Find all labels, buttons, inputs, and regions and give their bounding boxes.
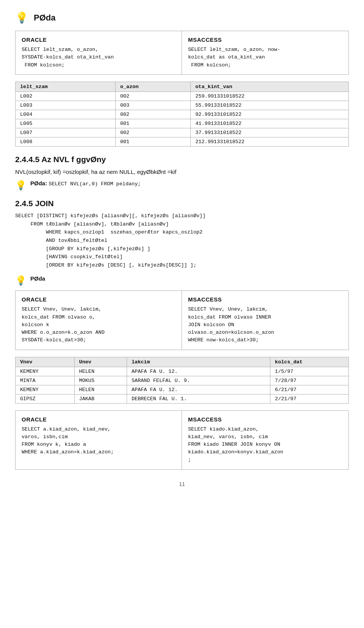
msaccess-col-2: MSACCESS SELECT Vnev, Unev, lakcim, kolc… [182, 291, 348, 349]
msaccess-label-2: MSACCESS [188, 296, 342, 303]
nvl-example-content: PØda: SELECT NVL(ar,0) FROM peldany; [30, 180, 141, 188]
th-kolcs-dat: kolcs_dat [270, 357, 349, 367]
page-title: PØda [34, 13, 55, 23]
join-syntax: SELECT [DISTINCT] kifejezØs [aliasnØv][,… [15, 212, 349, 269]
join-peda-row: 💡 PØda [15, 275, 349, 286]
nvl-example-row: 💡 PØda: SELECT NVL(ar,0) FROM peldany; [15, 180, 349, 191]
msaccess-col-3: MSACCESS SELECT kiado.kiad_azon, kiad_ne… [182, 411, 348, 469]
top-code-comparison: ORACLE SELECT lelt_szam, o_azon, SYSDATE… [15, 31, 349, 75]
nvl-example-label: PØda: [30, 180, 47, 186]
table-row: KEMENYHELENAPAFA FA U. 12.6/21/97 [16, 385, 349, 394]
th-ota-kint-van: ota_kint_van [191, 82, 349, 92]
msaccess-col-1: MSACCESS SELECT lelt_szam, o_azon, now- … [182, 31, 348, 74]
oracle-col-3: ORACLE SELECT a.kiad_azon, kiad_nev, var… [16, 411, 182, 469]
nvl-body: NVL(oszlopkif, kif) =oszlopkif, ha az ne… [15, 168, 349, 177]
table-row: L00700237.991331018522 [16, 128, 349, 137]
oracle-label-2: ORACLE [22, 296, 176, 303]
table-row: L00500141.991331018522 [16, 119, 349, 128]
table-header-row-2: Vnev Unev lakcim kolcs_dat [16, 357, 349, 367]
bulb-icon-header: 💡 [15, 11, 28, 24]
join-heading: 2.4.5 JOIN [15, 199, 349, 208]
msaccess-code-1: SELECT lelt_szam, o_azon, now- kolcs_dat… [188, 46, 342, 69]
nvl-heading: 2.4.4.5 Az NVL f ggvØny [15, 155, 349, 164]
oracle-col-1: ORACLE SELECT lelt_szam, o_azon, SYSDATE… [16, 31, 182, 74]
data-table-2: Vnev Unev lakcim kolcs_dat KEMENYHELENAP… [15, 357, 349, 404]
page-header: 💡 PØda [15, 11, 349, 24]
data-table-1: lelt_szam o_azon ota_kint_van L002002259… [15, 82, 349, 147]
nvl-example-code: SELECT NVL(ar,0) FROM peldany; [49, 181, 141, 187]
table-row: L002002259.991331018522 [16, 92, 349, 101]
msaccess-code-2: SELECT Vnev, Unev, lakcim, kolcs_dat FRO… [188, 306, 342, 344]
oracle-label-1: ORACLE [22, 36, 176, 43]
msaccess-code-3: SELECT kiado.kiad_azon, kiad_nev, varos,… [188, 426, 342, 464]
join-code-comparison: ORACLE SELECT Vnev, Unev, lakcim, kolcs_… [15, 290, 349, 350]
table-row: L008001212.991331018522 [16, 137, 349, 146]
th-lakcim: lakcim [127, 357, 270, 367]
table-row: KEMENYHELENAPAFA FA U. 12.1/5/97 [16, 367, 349, 376]
table-header-row-1: lelt_szam o_azon ota_kint_van [16, 82, 349, 92]
oracle-code-2: SELECT Vnev, Unev, lakcim, kolcs_dat FRO… [22, 306, 176, 344]
oracle-code-3: SELECT a.kiad_azon, kiad_nev, varos, isb… [22, 426, 176, 456]
oracle-col-2: ORACLE SELECT Vnev, Unev, lakcim, kolcs_… [16, 291, 182, 349]
bulb-icon-nvl: 💡 [15, 180, 27, 191]
th-o-azon: o_azon [115, 82, 190, 92]
oracle-code-1: SELECT lelt_szam, o_azon, SYSDATE-kolcs_… [22, 46, 176, 69]
th-lelt-szam: lelt_szam [16, 82, 116, 92]
table-row: L00300355.991331018522 [16, 101, 349, 110]
table-row: L00400292.991331018522 [16, 110, 349, 119]
msaccess-label-1: MSACCESS [188, 36, 342, 43]
oracle-label-3: ORACLE [22, 416, 176, 423]
th-unev: Unev [74, 357, 127, 367]
page-number: 11 [179, 481, 185, 487]
table-row: GIPSZJAKABDEBRECEN FAL U. 1.2/21/97 [16, 394, 349, 403]
page-footer: 11 [15, 481, 349, 487]
table-row: MINTAMOKUSSARAND FELFAL U. 9.7/28/97 [16, 376, 349, 385]
th-vnev: Vnev [16, 357, 75, 367]
join-peda-label: PØda [30, 275, 45, 282]
bulb-icon-join: 💡 [15, 275, 27, 286]
msaccess-label-3: MSACCESS [188, 416, 342, 423]
bottom-code-comparison: ORACLE SELECT a.kiad_azon, kiad_nev, var… [15, 410, 349, 470]
